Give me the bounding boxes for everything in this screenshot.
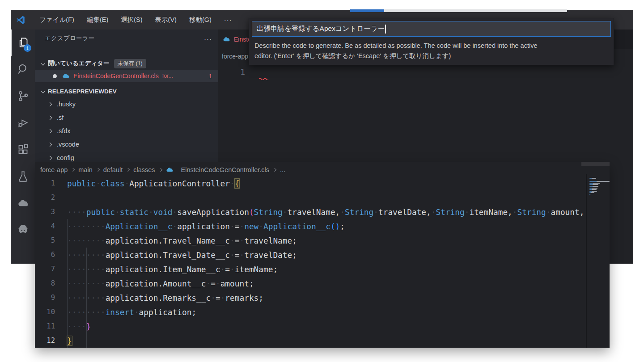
breadcrumb-separator-icon xyxy=(158,168,162,172)
code-line-10[interactable]: 10········insert·application; xyxy=(35,305,586,319)
code-line-2[interactable]: 2 xyxy=(35,190,586,205)
project-root-header[interactable]: RELEASEPREVIEWDEV xyxy=(35,85,218,97)
minimap-line xyxy=(589,189,597,190)
activity-search-button[interactable] xyxy=(11,56,35,83)
code-line-7[interactable]: 7········application.Item_Name__c·=·item… xyxy=(35,262,586,276)
code-token: = xyxy=(211,279,216,288)
code-token: String xyxy=(254,207,283,217)
line-number: 9 xyxy=(35,294,55,302)
breadcrumb-item[interactable]: main xyxy=(78,166,92,173)
code-area[interactable]: 1public·class·ApplicationController·{23·… xyxy=(35,176,586,348)
breadcrumb-item[interactable]: ... xyxy=(280,166,285,173)
menu-item-4[interactable]: 移動(G) xyxy=(185,14,216,26)
salesforce-cloud-icon xyxy=(17,197,29,211)
extensions-icon xyxy=(17,143,29,157)
code-token: new xyxy=(244,222,258,231)
activity-run-debug-button[interactable] xyxy=(11,110,35,137)
activity-source-control-button[interactable] xyxy=(11,83,35,110)
code-token: Travel_Name__c xyxy=(163,236,230,245)
line-number: 3 xyxy=(35,208,55,216)
code-line-8[interactable]: 8········application.Amount__c·=·amount; xyxy=(35,276,586,290)
code-token: () xyxy=(330,222,340,231)
tree-item-label: .husky xyxy=(57,101,76,108)
prompt-description-line2: editor. ('Enter' を押して確認するか 'Escape' を押して… xyxy=(254,51,608,61)
code-token: , xyxy=(580,207,585,217)
menu-item-0[interactable]: ファイル(F) xyxy=(35,14,79,26)
code-token: . xyxy=(158,236,163,245)
code-token: · xyxy=(239,250,244,260)
background-line-number: 1 xyxy=(218,67,245,76)
code-line-1[interactable]: 1public·class·ApplicationController·{ xyxy=(35,176,586,190)
breadcrumb-item[interactable]: default xyxy=(103,166,123,173)
code-token: ; xyxy=(292,236,297,245)
code-token: ···· xyxy=(67,322,86,331)
tree-item-sfdx[interactable]: .sfdx xyxy=(35,124,218,138)
file-tree: .husky.sf.sfdx.vscodeconfig xyxy=(35,97,218,164)
code-token: · xyxy=(230,179,235,188)
sidebar-more-actions-button[interactable]: ··· xyxy=(204,35,212,42)
menu-item-2[interactable]: 選択(S) xyxy=(116,14,147,26)
quick-input-widget: 出張申請を登録するApexコントローラー Describe the code t… xyxy=(249,18,614,65)
breadcrumb-item[interactable]: force-app xyxy=(40,166,68,173)
breadcrumb-item[interactable]: classes xyxy=(133,166,155,173)
code-token: ( xyxy=(249,207,254,217)
open-editor-file-row[interactable]: EinsteinCodeGenController.cls for... 1 xyxy=(35,70,218,82)
activity-extensions-button[interactable] xyxy=(11,137,35,164)
breadcrumb-item[interactable]: EinsteinCodeGenController.cls xyxy=(181,166,269,173)
tree-item-vscode[interactable]: .vscode xyxy=(35,138,218,151)
code-line-5[interactable]: 5········application.Travel_Name__c·=·tr… xyxy=(35,233,586,248)
chevron-right-icon xyxy=(48,156,52,160)
line-content: ········application.Item_Name__c·=·itemN… xyxy=(67,262,278,276)
code-line-12[interactable]: 12} xyxy=(35,333,586,348)
code-token: remarks xyxy=(225,293,258,303)
minimap-slider[interactable] xyxy=(581,162,610,166)
code-line-9[interactable]: 9········application.Remarks__c·=·remark… xyxy=(35,290,586,305)
minimap-line xyxy=(589,183,600,184)
activity-explorer-button[interactable]: 1 xyxy=(11,29,35,56)
code-line-11[interactable]: 11····} xyxy=(35,319,586,333)
breadcrumb: force-appmaindefaultclassesEinsteinCodeG… xyxy=(40,164,285,176)
code-token: · xyxy=(258,222,263,231)
project-section: RELEASEPREVIEWDEV .husky.sf.sfdx.vscodec… xyxy=(35,85,218,164)
tree-item-label: config xyxy=(57,154,74,161)
code-line-4[interactable]: 4········Application__c·application·=·ne… xyxy=(35,219,586,233)
activity-testing-button[interactable] xyxy=(11,164,35,190)
menu-more-button[interactable]: ··· xyxy=(220,14,237,25)
activity-einstein-button[interactable] xyxy=(11,217,35,244)
background-window-light-strip xyxy=(384,9,567,12)
menu-item-3[interactable]: 表示(V) xyxy=(151,14,181,26)
code-token: amount xyxy=(220,279,249,288)
minimap-line xyxy=(589,184,598,185)
tree-item-sf[interactable]: .sf xyxy=(35,111,218,124)
overlay-editor-panel: force-appmaindefaultclassesEinsteinCodeG… xyxy=(35,162,610,348)
code-token: travelName xyxy=(244,236,292,245)
code-line-6[interactable]: 6········application.Travel_Date__c·=·tr… xyxy=(35,248,586,262)
code-token: ; xyxy=(340,222,345,231)
code-token: · xyxy=(96,179,101,188)
code-token: = xyxy=(225,265,230,274)
code-token: ; xyxy=(273,265,278,274)
code-token: . xyxy=(158,293,163,303)
code-token: insert xyxy=(106,307,134,317)
open-editors-header[interactable]: 開いているエディター 未保存 (1) xyxy=(35,57,218,70)
menu-bar: ファイル(F)編集(E)選択(S)表示(V)移動(G)··· xyxy=(35,14,237,26)
line-content: ········insert·application; xyxy=(67,305,196,319)
minimap-divider xyxy=(586,174,587,348)
code-token: · xyxy=(134,307,139,317)
line-number: 10 xyxy=(35,308,55,316)
tree-item-label: .vscode xyxy=(57,141,79,148)
activity-salesforce-cloud-button[interactable] xyxy=(11,190,35,217)
code-token: · xyxy=(546,207,551,217)
breadcrumb-separator-icon xyxy=(71,168,75,172)
tree-item-husky[interactable]: .husky xyxy=(35,97,218,111)
code-token: · xyxy=(220,293,225,303)
minimap-line xyxy=(589,192,594,193)
file-problem-count: 1 xyxy=(209,73,212,80)
prompt-input[interactable]: 出張申請を登録するApexコントローラー xyxy=(252,21,611,37)
minimap[interactable] xyxy=(589,178,610,197)
code-token: = xyxy=(235,250,240,260)
menu-item-1[interactable]: 編集(E) xyxy=(82,14,113,26)
code-line-3[interactable]: 3····public·static·void·saveApplication(… xyxy=(35,205,586,219)
apex-class-icon xyxy=(166,167,174,173)
sidebar-title: エクスプローラー xyxy=(45,34,204,42)
